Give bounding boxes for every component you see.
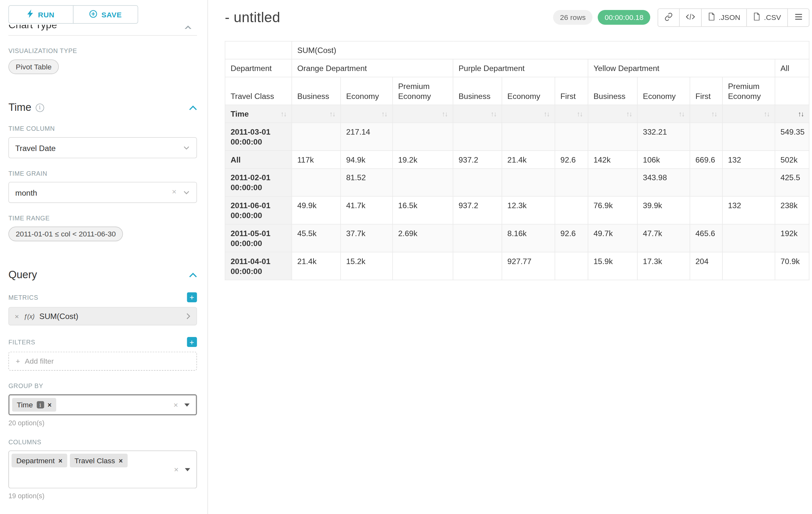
menu-button[interactable]: [787, 8, 809, 26]
view-query-button[interactable]: [679, 8, 702, 26]
time-column-select[interactable]: Travel Date: [8, 137, 197, 158]
sort-cell[interactable]: ↑↓: [690, 105, 722, 123]
plus-icon: +: [16, 357, 20, 365]
sort-cell[interactable]: ↑↓: [393, 105, 453, 123]
info-icon[interactable]: i: [36, 104, 44, 112]
pivot-table: SUM(Cost) Department Orange Department P…: [225, 41, 809, 280]
export-csv-button[interactable]: .CSV: [747, 8, 788, 26]
sort-icon[interactable]: ↑↓: [577, 109, 582, 119]
filters-label: FILTERS: [8, 338, 35, 346]
query-timer-badge: 00:00:00.18: [598, 10, 650, 25]
sort-cell[interactable]: ↑↓: [637, 105, 690, 123]
remove-tag-icon[interactable]: ×: [58, 457, 62, 464]
sort-desc-active-icon[interactable]: ↑↓: [798, 109, 804, 119]
visualization-type-value[interactable]: Pivot Table: [8, 59, 59, 74]
sort-icon[interactable]: ↑↓: [381, 109, 387, 119]
columns-control: COLUMNS Department × Travel Class × × 19…: [8, 438, 197, 500]
value-cell: 21.4k: [292, 252, 341, 280]
row-header: 2011-05-01 00:00:00: [225, 224, 292, 252]
metric-option[interactable]: × ƒ(x) SUM(Cost): [8, 307, 197, 325]
file-icon: [708, 12, 715, 22]
value-cell: [722, 168, 775, 196]
chart-title[interactable]: - untitled: [225, 9, 280, 26]
collapse-chevron-icon[interactable]: [184, 23, 192, 29]
select-controls: ×: [174, 465, 190, 474]
row-header: All: [225, 151, 292, 169]
value-cell: [453, 123, 502, 151]
metric-header-row: SUM(Cost): [225, 41, 809, 59]
sort-cell[interactable]: ↑↓: [588, 105, 637, 123]
collapse-chevron-icon[interactable]: [189, 272, 197, 277]
value-cell: 17.3k: [637, 252, 690, 280]
add-filter-field[interactable]: + Add filter: [8, 352, 197, 371]
value-cell: 12.3k: [502, 196, 555, 224]
row-dimension-label: Travel Class: [225, 77, 292, 105]
caret-down-icon[interactable]: [184, 403, 190, 406]
code-icon: [686, 13, 695, 22]
value-cell: 465.6: [690, 224, 722, 252]
share-link-button[interactable]: [658, 8, 680, 26]
value-cell: [722, 123, 775, 151]
sort-icon[interactable]: ↑↓: [281, 109, 286, 119]
time-range-value[interactable]: 2011-01-01 ≤ col < 2011-06-30: [8, 226, 123, 241]
table-row: 2011-05-01 00:00:0045.5k37.7k2.69k8.16k9…: [225, 224, 809, 252]
time-sort-cell[interactable]: Time ↑↓: [225, 105, 292, 123]
sort-cell[interactable]: ↑↓: [775, 105, 809, 123]
sort-cell[interactable]: ↑↓: [453, 105, 502, 123]
row-header: 2011-04-01 00:00:00: [225, 252, 292, 280]
sort-cell[interactable]: ↑↓: [341, 105, 393, 123]
row-count-badge: 26 rows: [553, 10, 593, 25]
value-cell: 70.9k: [775, 252, 809, 280]
clear-icon[interactable]: ×: [173, 400, 178, 409]
columns-option-count: 19 option(s): [8, 492, 197, 500]
value-cell: [502, 168, 555, 196]
add-filter-placeholder: Add filter: [25, 357, 54, 365]
remove-tag-icon[interactable]: ×: [119, 457, 123, 464]
table-row: 2011-03-01 00:00:00217.14332.21549.35: [225, 123, 809, 151]
value-cell: 19.2k: [393, 151, 453, 169]
columns-tag[interactable]: Travel Class ×: [70, 454, 127, 467]
class-header: Premium Economy: [393, 77, 453, 105]
sort-cell[interactable]: ↑↓: [502, 105, 555, 123]
sort-icon[interactable]: ↑↓: [763, 109, 769, 119]
export-json-button[interactable]: .JSON: [701, 8, 747, 26]
clear-icon[interactable]: ×: [174, 465, 178, 474]
caret-down-icon[interactable]: [185, 468, 190, 471]
sort-icon[interactable]: ↑↓: [544, 109, 549, 119]
time-column-control: TIME COLUMN Travel Date: [8, 125, 197, 158]
clear-icon[interactable]: ×: [172, 187, 176, 196]
sort-icon[interactable]: ↑↓: [329, 109, 335, 119]
save-button[interactable]: SAVE: [73, 5, 138, 23]
bolt-icon: [27, 9, 34, 19]
time-grain-select[interactable]: month ×: [8, 182, 197, 203]
value-cell: 37.7k: [341, 224, 393, 252]
row-header: 2011-02-01 00:00:00: [225, 168, 292, 196]
remove-tag-icon[interactable]: ×: [48, 401, 51, 409]
sort-icon[interactable]: ↑↓: [626, 109, 632, 119]
export-csv-label: .CSV: [764, 13, 781, 22]
info-icon[interactable]: i: [37, 401, 44, 409]
sort-icon[interactable]: ↑↓: [711, 109, 717, 119]
table-row: 2011-02-01 00:00:0081.52343.98425.5: [225, 168, 809, 196]
group-by-tag[interactable]: Time i ×: [12, 398, 57, 412]
collapse-chevron-icon[interactable]: [189, 105, 197, 110]
sort-icon[interactable]: ↑↓: [678, 109, 684, 119]
sort-cell[interactable]: ↑↓: [555, 105, 588, 123]
col-dimension-label: Department: [225, 59, 292, 77]
sort-icon[interactable]: ↑↓: [442, 109, 447, 119]
corner-cell: [225, 41, 292, 59]
columns-select[interactable]: Department × Travel Class × ×: [8, 451, 197, 488]
sort-cell[interactable]: ↑↓: [292, 105, 341, 123]
row-header: 2011-06-01 00:00:00: [225, 196, 292, 224]
sort-icon[interactable]: ↑↓: [490, 109, 496, 119]
columns-tag[interactable]: Department ×: [11, 454, 67, 467]
metric-name: SUM(Cost): [39, 312, 78, 321]
remove-metric-icon[interactable]: ×: [15, 312, 19, 320]
add-metric-button[interactable]: +: [187, 292, 197, 302]
group-by-select[interactable]: Time i × ×: [8, 394, 197, 415]
run-button[interactable]: RUN: [8, 5, 74, 23]
value-cell: 92.6: [555, 224, 588, 252]
add-filter-plus-button[interactable]: +: [187, 337, 197, 347]
chevron-right-icon[interactable]: [186, 313, 191, 320]
sort-cell[interactable]: ↑↓: [722, 105, 775, 123]
